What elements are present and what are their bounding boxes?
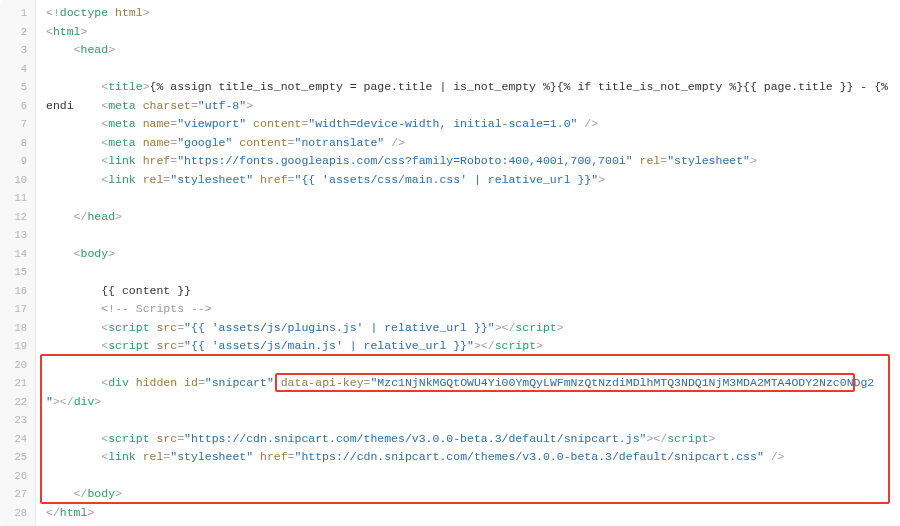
code-token: href xyxy=(260,173,288,186)
code-token: > xyxy=(143,6,150,19)
code-token: {{ content }} xyxy=(101,284,191,297)
code-token xyxy=(136,136,143,149)
code-token: > xyxy=(598,173,605,186)
code-line[interactable]: </html> xyxy=(46,504,900,523)
code-line[interactable] xyxy=(46,467,900,486)
code-token: body xyxy=(87,487,115,500)
code-token: < xyxy=(46,25,53,38)
code-line[interactable]: <link rel="stylesheet" href="{{ 'assets/… xyxy=(46,171,900,190)
code-token xyxy=(136,450,143,463)
line-number: 19 xyxy=(0,337,35,356)
code-line[interactable]: <link href="https://fonts.googleapis.com… xyxy=(46,152,900,171)
code-token: head xyxy=(81,43,109,56)
line-number: 5 xyxy=(0,78,35,97)
code-line[interactable] xyxy=(46,60,900,79)
code-token: html xyxy=(115,6,143,19)
line-number: 17 xyxy=(0,300,35,319)
code-line[interactable]: <script src="{{ 'assets/js/plugins.js' |… xyxy=(46,319,900,338)
code-line[interactable]: <script src="{{ 'assets/js/main.js' | re… xyxy=(46,337,900,356)
code-token: </ xyxy=(74,487,88,500)
code-editor[interactable]: 1234567891011121314151617181920212223242… xyxy=(0,0,900,526)
code-line[interactable]: <!doctype html> xyxy=(46,4,900,23)
code-token: src xyxy=(156,321,177,334)
code-line[interactable] xyxy=(46,411,900,430)
code-token: src xyxy=(156,339,177,352)
code-token: script xyxy=(108,432,149,445)
code-token: html xyxy=(60,506,88,519)
line-number: 27 xyxy=(0,485,35,504)
code-line[interactable] xyxy=(46,356,900,375)
code-line[interactable]: <div hidden id="snipcart" data-api-key="… xyxy=(46,374,900,393)
code-line[interactable]: <meta charset="utf-8"> xyxy=(46,97,900,116)
code-token: "viewport" xyxy=(177,117,246,130)
code-token: name xyxy=(143,117,171,130)
code-line[interactable]: <html> xyxy=(46,23,900,42)
code-token: hidden xyxy=(136,376,177,389)
code-token: < xyxy=(74,43,81,56)
code-token: body xyxy=(81,247,109,260)
code-token: "stylesheet" xyxy=(170,450,253,463)
code-token: > xyxy=(750,154,757,167)
code-line[interactable]: <script src="https://cdn.snipcart.com/th… xyxy=(46,430,900,449)
code-token: "https://fonts.googleapis.com/css?family… xyxy=(177,154,632,167)
code-line[interactable]: <head> xyxy=(46,41,900,60)
code-line[interactable]: <meta name="viewport" content="width=dev… xyxy=(46,115,900,134)
code-token: > xyxy=(536,339,543,352)
line-number: 14 xyxy=(0,245,35,264)
code-token: data-api-key xyxy=(281,376,364,389)
code-token: "width=device-width, initial-scale=1.0" xyxy=(308,117,577,130)
code-token: div xyxy=(74,395,95,408)
code-token: name xyxy=(143,136,171,149)
code-token: /> xyxy=(771,450,785,463)
code-token: rel xyxy=(640,154,661,167)
code-line[interactable]: "></div> xyxy=(46,393,900,412)
code-token: html xyxy=(53,25,81,38)
code-token: "{{ 'assets/css/main.css' | relative_url… xyxy=(295,173,599,186)
code-line[interactable]: {{ content }} xyxy=(46,282,900,301)
code-line[interactable]: <title>{% assign title_is_not_empty = pa… xyxy=(46,78,900,97)
line-number-gutter: 1234567891011121314151617181920212223242… xyxy=(0,0,36,526)
code-token: <!-- Scripts --> xyxy=(101,302,211,315)
code-token: < xyxy=(74,247,81,260)
code-line[interactable]: </head> xyxy=(46,208,900,227)
code-token: ></ xyxy=(495,321,516,334)
code-line[interactable]: </body> xyxy=(46,485,900,504)
code-token: "stylesheet" xyxy=(667,154,750,167)
code-token xyxy=(136,99,143,112)
code-area[interactable]: <!doctype html><html> <head> <title>{% a… xyxy=(36,0,900,522)
code-token: = xyxy=(288,450,295,463)
code-token: "{{ 'assets/js/main.js' | relative_url }… xyxy=(184,339,474,352)
code-token: head xyxy=(87,210,115,223)
code-token xyxy=(253,450,260,463)
code-line[interactable]: <!-- Scripts --> xyxy=(46,300,900,319)
code-token: title xyxy=(108,80,143,93)
code-token: > xyxy=(115,210,122,223)
code-token: ></ xyxy=(474,339,495,352)
code-token: "https://cdn.snipcart.com/themes/v3.0.0-… xyxy=(295,450,764,463)
code-token: "{{ 'assets/js/plugins.js' | relative_ur… xyxy=(184,321,495,334)
line-number: 1 xyxy=(0,4,35,23)
code-line[interactable] xyxy=(46,189,900,208)
code-line[interactable] xyxy=(46,263,900,282)
code-token: charset xyxy=(143,99,191,112)
line-number: 8 xyxy=(0,134,35,153)
code-line[interactable]: <meta name="google" content="notranslate… xyxy=(46,134,900,153)
line-number: 6 xyxy=(0,97,35,116)
line-number: 2 xyxy=(0,23,35,42)
line-number: 26 xyxy=(0,467,35,486)
code-token: "snipcart" xyxy=(205,376,274,389)
code-token: > xyxy=(115,487,122,500)
code-token: content xyxy=(239,136,287,149)
code-line[interactable] xyxy=(46,226,900,245)
code-token: link xyxy=(108,173,136,186)
line-number: 7 xyxy=(0,115,35,134)
code-token: "https://cdn.snipcart.com/themes/v3.0.0-… xyxy=(184,432,646,445)
code-token: href xyxy=(143,154,171,167)
code-token: rel xyxy=(143,173,164,186)
code-line[interactable]: <link rel="stylesheet" href="https://cdn… xyxy=(46,448,900,467)
code-token: href xyxy=(260,450,288,463)
code-token: ></ xyxy=(646,432,667,445)
code-token: div xyxy=(108,376,129,389)
code-line[interactable]: <body> xyxy=(46,245,900,264)
code-token: script xyxy=(667,432,708,445)
